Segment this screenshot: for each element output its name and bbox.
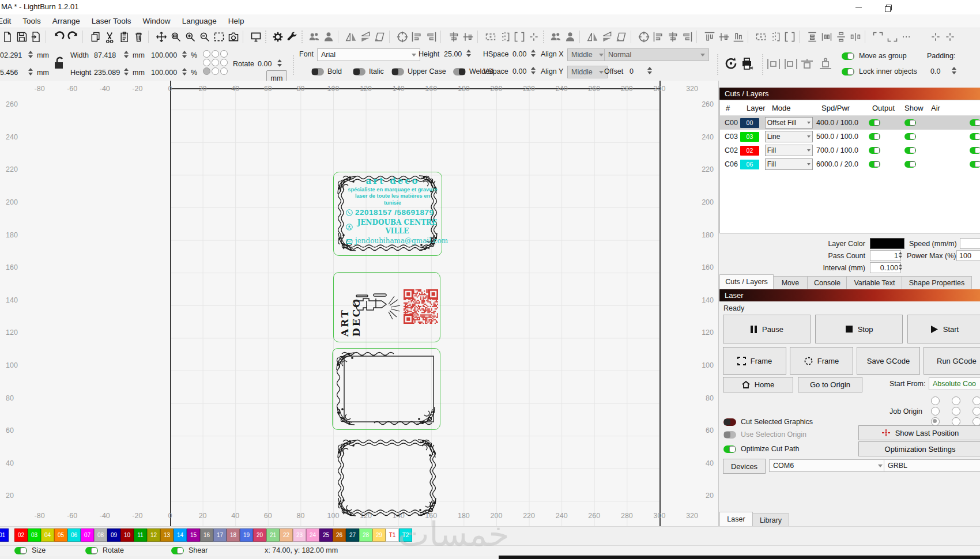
pass-count-spinner[interactable] xyxy=(897,251,903,259)
bracket-icon[interactable] xyxy=(512,29,526,44)
zoomout-icon[interactable] xyxy=(197,29,212,44)
palette-swatch-08[interactable]: 08 xyxy=(94,528,107,542)
offset-spinner[interactable] xyxy=(646,66,653,75)
distribute-icons[interactable] xyxy=(767,58,836,70)
tab-library[interactable]: Library xyxy=(752,513,789,526)
skew-icon[interactable] xyxy=(372,29,387,44)
layer-color-chip[interactable]: 06 xyxy=(740,160,759,169)
camera-icon[interactable] xyxy=(226,29,240,44)
alignb-icon[interactable] xyxy=(731,29,745,44)
user-icon[interactable] xyxy=(321,29,336,44)
aligny-dropdown[interactable]: Middle xyxy=(567,66,608,78)
user-icon[interactable] xyxy=(563,29,577,44)
card4-ornate-border[interactable] xyxy=(335,437,439,519)
card1-text-block[interactable]: art deco spécialiste en marquage et grav… xyxy=(346,176,439,245)
palette-swatch-26[interactable]: 26 xyxy=(333,528,346,542)
anchor-point-grid[interactable] xyxy=(203,50,228,75)
frame-circle-button[interactable]: Frame xyxy=(790,347,853,375)
port-dropdown[interactable]: COM6 xyxy=(769,459,887,472)
target-icon[interactable] xyxy=(395,29,409,44)
marquee2-icon[interactable] xyxy=(753,29,768,44)
save-gcode-button[interactable]: Save GCode xyxy=(857,347,920,375)
palette-swatch-t1[interactable]: T1 xyxy=(386,528,399,542)
tab-move[interactable]: Move xyxy=(772,276,808,289)
width-spinner[interactable] xyxy=(122,50,130,59)
bold-toggle[interactable] xyxy=(311,68,324,75)
palette-swatch-20[interactable]: 20 xyxy=(253,528,266,542)
aligne-icon[interactable] xyxy=(717,29,731,44)
minimize-button[interactable] xyxy=(849,2,868,13)
palette-swatch-15[interactable]: 15 xyxy=(187,528,200,542)
layer-row-C00[interactable]: C0000Offset Fill400.0 / 100.0 xyxy=(720,116,980,130)
job-origin-radio[interactable] xyxy=(931,417,940,426)
start-button[interactable]: Start xyxy=(907,315,980,343)
rotate-toggle[interactable] xyxy=(85,547,98,554)
vspace-spinner[interactable] xyxy=(529,66,537,75)
qr-code-graphic[interactable] xyxy=(404,289,438,324)
palette-swatch-23[interactable]: 23 xyxy=(293,528,306,542)
layer-mode-dropdown[interactable]: Line xyxy=(765,131,813,142)
delete-icon[interactable] xyxy=(131,29,146,44)
dots2-icon[interactable] xyxy=(899,29,914,44)
tab-console[interactable]: Console xyxy=(807,276,847,289)
job-origin-radio[interactable] xyxy=(952,396,960,405)
aligns-icon[interactable] xyxy=(446,29,461,44)
cut-icon[interactable] xyxy=(103,29,117,44)
show-last-position-button[interactable]: Show Last Position xyxy=(858,425,980,440)
print-cut-icon[interactable] xyxy=(740,56,754,70)
cut-selected-toggle[interactable] xyxy=(723,418,736,426)
palette-swatch-06[interactable]: 06 xyxy=(67,528,81,542)
zoomin-icon[interactable] xyxy=(183,29,197,44)
users-icon[interactable] xyxy=(548,29,563,44)
alignl-icon[interactable] xyxy=(651,29,665,44)
palette-swatch-03[interactable]: 03 xyxy=(28,528,41,542)
distv-icon[interactable] xyxy=(805,29,819,44)
users-icon[interactable] xyxy=(307,29,321,44)
alignx-dropdown[interactable]: Middle xyxy=(567,48,608,61)
hspace-spinner[interactable] xyxy=(529,48,537,58)
cornb-icon[interactable] xyxy=(885,29,899,44)
rotate-value[interactable]: 0.00 xyxy=(258,60,272,68)
tab-variable-text[interactable]: Variable Text xyxy=(846,276,903,289)
ypos-value[interactable]: 5.456 xyxy=(0,69,18,77)
frame-rect-button[interactable]: Frame xyxy=(723,347,786,375)
save-icon[interactable] xyxy=(14,29,29,44)
ypos-spinner[interactable] xyxy=(27,67,34,77)
fliph-icon[interactable] xyxy=(585,29,600,44)
alignr-icon[interactable] xyxy=(680,29,694,44)
layer-output-toggle[interactable] xyxy=(869,161,880,168)
palette-swatch-partial[interactable]: 01 xyxy=(0,528,9,542)
palette-swatch-05[interactable]: 05 xyxy=(54,528,67,542)
restore-button[interactable] xyxy=(878,2,898,13)
job-origin-radio[interactable] xyxy=(952,407,960,416)
palette-swatch-11[interactable]: 11 xyxy=(134,528,147,542)
paste-icon[interactable] xyxy=(117,29,131,44)
interval-input[interactable]: 0.100 xyxy=(870,262,901,273)
laser-head-graphic[interactable] xyxy=(353,293,402,322)
vdots-icon[interactable] xyxy=(497,29,512,44)
job-origin-radio[interactable] xyxy=(931,407,940,416)
layer-row-C03[interactable]: C0303Line500.0 / 100.0 xyxy=(720,130,980,143)
height-percent-value[interactable]: 100.000 xyxy=(151,69,177,77)
doc-icon[interactable] xyxy=(0,29,14,44)
flipv-icon[interactable] xyxy=(600,29,614,44)
width-percent-value[interactable]: 100.000 xyxy=(151,51,177,59)
tab-shape-properties[interactable]: Shape Properties xyxy=(902,276,972,289)
layer-show-toggle[interactable] xyxy=(904,161,916,168)
palette-swatch-18[interactable]: 18 xyxy=(227,528,240,542)
width-percent-spinner[interactable] xyxy=(180,50,188,59)
palette-swatch-17[interactable]: 17 xyxy=(213,528,227,542)
start-from-dropdown[interactable]: Absolute Coo xyxy=(929,377,980,390)
palette-swatch-29[interactable]: 29 xyxy=(372,528,386,542)
gear-icon[interactable] xyxy=(270,29,285,44)
job-origin-radio[interactable] xyxy=(973,407,980,416)
padding-value[interactable]: 0.0 xyxy=(930,67,940,75)
cornc-icon[interactable] xyxy=(914,29,928,44)
layer-mode-dropdown[interactable]: Fill xyxy=(765,158,813,170)
palette-swatch-t2[interactable]: T2 xyxy=(399,528,412,542)
layer-air-toggle[interactable] xyxy=(970,161,980,168)
hspace-value[interactable]: 0.00 xyxy=(512,50,526,58)
tab-laser[interactable]: Laser xyxy=(719,512,753,526)
power-max-input[interactable]: 100 xyxy=(956,250,980,261)
aligns-icon[interactable] xyxy=(665,29,680,44)
